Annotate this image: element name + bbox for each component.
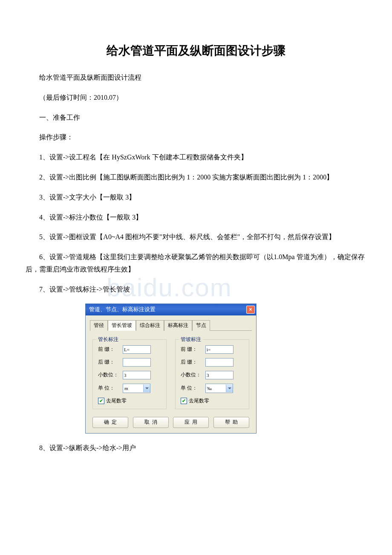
revised-text: （最后修订时间：2010.07） — [26, 92, 366, 104]
slope-unit-dropdown-button[interactable] — [226, 384, 233, 392]
length-suffix-input[interactable] — [123, 358, 151, 367]
tab-length-slope[interactable]: 管长管坡 — [108, 320, 136, 331]
tab-diameter[interactable]: 管径 — [90, 320, 108, 331]
length-unit-value: m — [124, 386, 128, 391]
ops-label: 操作步骤： — [26, 131, 366, 144]
chevron-down-icon — [145, 387, 149, 389]
dialog-title: 管道、节点、标高标注设置 — [89, 306, 156, 313]
slope-unit-select[interactable]: ‰ — [205, 384, 233, 393]
slope-trim-label: 去尾数零 — [189, 397, 209, 405]
slope-unit-value: ‰ — [207, 386, 212, 391]
length-trim-label: 去尾数零 — [106, 397, 127, 405]
close-button[interactable]: × — [246, 306, 255, 314]
length-suffix-label: 后 缀： — [98, 358, 123, 366]
length-unit-label: 单 位： — [98, 384, 123, 392]
length-unit-dropdown-button[interactable] — [143, 384, 150, 392]
dialog-tabs: 管径 管长管坡 综合标注 标高标注 节点 — [90, 320, 252, 331]
cancel-button[interactable]: 取消 — [133, 417, 169, 428]
step-7: 7、设置->管线标注->管长管坡 — [26, 283, 366, 296]
ok-button[interactable]: 确定 — [92, 417, 128, 428]
tab-combined[interactable]: 综合标注 — [136, 320, 164, 331]
slope-decimal-input[interactable] — [205, 371, 233, 379]
step-6: 6、设置->管道规格【这里我们主要调整给水硬聚氯乙烯管的相关数据即可（以1.0M… — [26, 251, 366, 276]
intro-text: 给水管道平面及纵断面图设计流程 — [26, 72, 366, 84]
step-8: 8、设置->纵断表头->给水->用户 — [26, 442, 366, 454]
close-icon: × — [249, 306, 252, 312]
step-4: 4、设置->标注小数位【一般取 3】 — [26, 211, 366, 224]
group-slope: 管坡标注 前 缀： 后 缀： 小数位： — [175, 339, 249, 409]
checkbox-icon: ✔ — [181, 398, 187, 404]
dialog-titlebar: 管道、节点、标高标注设置 × — [86, 304, 256, 315]
group-slope-title: 管坡标注 — [179, 336, 203, 343]
slope-trim-checkbox[interactable]: ✔ 去尾数零 — [181, 397, 244, 405]
page-title: 给水管道平面及纵断面图设计步骤 — [26, 43, 366, 59]
length-decimal-label: 小数位： — [98, 371, 123, 379]
group-length: 管长标注 前 缀： 后 缀： 小数位： — [92, 339, 167, 409]
step-1: 1、设置->设工程名【在 HySzGxWork 下创建本工程数据储备文件夹】 — [26, 151, 366, 164]
apply-button[interactable]: 应用 — [173, 417, 209, 428]
length-unit-select[interactable]: m — [123, 384, 150, 393]
slope-suffix-input[interactable] — [205, 358, 233, 367]
settings-dialog: 管道、节点、标高标注设置 × 管径 管长管坡 综合标注 标高标注 节点 — [85, 304, 257, 434]
chevron-down-icon — [228, 387, 231, 389]
checkbox-icon: ✔ — [98, 398, 104, 404]
length-prefix-label: 前 缀： — [98, 346, 123, 353]
help-button[interactable]: 帮助 — [213, 417, 249, 428]
step-2: 2、设置->出图比例【施工图纵断面图出图比例为 1：2000 实施方案纵断面图出… — [26, 171, 366, 184]
slope-suffix-label: 后 缀： — [181, 358, 205, 366]
tab-elevation[interactable]: 标高标注 — [164, 320, 192, 331]
slope-unit-label: 单 位： — [181, 384, 205, 392]
tab-node[interactable]: 节点 — [192, 320, 210, 331]
step-3: 3、设置->文字大小【一般取 3】 — [26, 191, 366, 204]
step-5: 5、设置->图框设置【A0~A4 图框均不要"对中线、标尺线、会签栏"，全部不打… — [26, 231, 366, 243]
length-prefix-input[interactable] — [123, 345, 151, 354]
slope-prefix-input[interactable] — [205, 345, 233, 354]
section-heading: 一、准备工作 — [26, 112, 366, 124]
group-length-title: 管长标注 — [96, 336, 120, 343]
length-trim-checkbox[interactable]: ✔ 去尾数零 — [98, 397, 161, 405]
slope-prefix-label: 前 缀： — [181, 346, 205, 353]
length-decimal-input[interactable] — [123, 371, 151, 379]
slope-decimal-label: 小数位： — [181, 371, 205, 379]
